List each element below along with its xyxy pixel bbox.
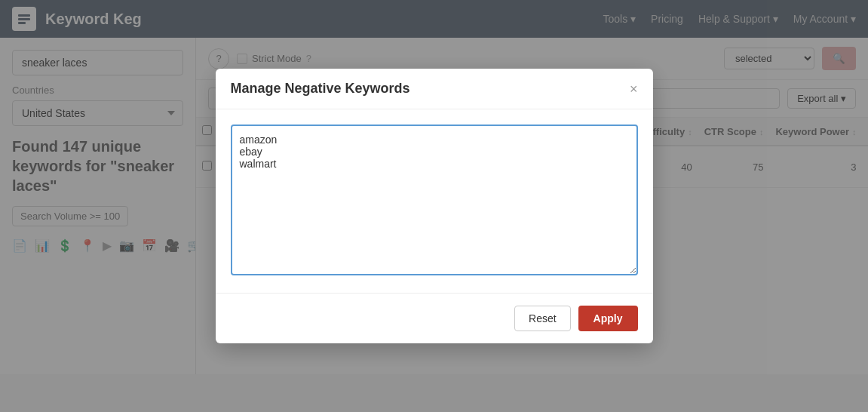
modal-footer: Reset Apply	[216, 293, 653, 343]
negative-keywords-textarea[interactable]	[231, 125, 638, 275]
apply-button[interactable]: Apply	[578, 306, 638, 331]
reset-button[interactable]: Reset	[514, 306, 571, 331]
modal-body	[216, 109, 653, 293]
modal-header: Manage Negative Keywords ×	[216, 69, 653, 109]
manage-negative-keywords-modal: Manage Negative Keywords × Reset Apply	[216, 69, 653, 343]
modal-close-button[interactable]: ×	[630, 82, 638, 96]
modal-overlay: Manage Negative Keywords × Reset Apply	[0, 0, 868, 374]
modal-title: Manage Negative Keywords	[231, 81, 410, 97]
